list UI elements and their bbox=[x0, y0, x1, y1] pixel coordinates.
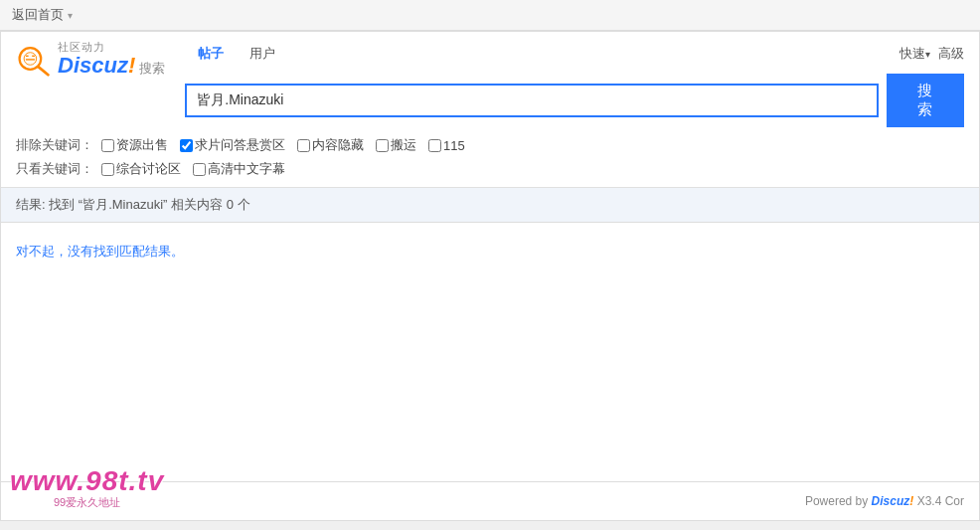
footer-text: Powered by Discuz! X3.4 Cor bbox=[805, 494, 964, 508]
checkbox-view2[interactable] bbox=[193, 163, 206, 176]
results-text: 结果: 找到 “皆月.Minazuki” 相关内容 0 个 bbox=[16, 197, 250, 212]
search-label: 搜索 bbox=[139, 60, 165, 78]
exclude-filter-row: 排除关键词： 资源出售 求片问答悬赏区 内容隐藏 搬运 bbox=[16, 133, 964, 157]
filter-view-2[interactable]: 高清中文字幕 bbox=[193, 160, 285, 178]
filter-exclude-1[interactable]: 资源出售 bbox=[101, 136, 168, 154]
filter-exclude-5[interactable]: 115 bbox=[428, 138, 465, 153]
results-header: 结果: 找到 “皆月.Minazuki” 相关内容 0 个 bbox=[1, 188, 979, 223]
logo-text: 社区动力 Discuz! 搜索 bbox=[58, 40, 165, 78]
back-home-link[interactable]: 返回首页 ▾ bbox=[12, 6, 73, 24]
logo-icon bbox=[16, 41, 52, 77]
view-items: 综合讨论区 高清中文字幕 bbox=[101, 160, 295, 178]
checkbox-exc3[interactable] bbox=[297, 139, 310, 152]
search-button[interactable]: 搜 索 bbox=[887, 74, 964, 127]
checkbox-exc1[interactable] bbox=[101, 139, 114, 152]
filter-section: 排除关键词： 资源出售 求片问答悬赏区 内容隐藏 搬运 bbox=[1, 127, 979, 188]
svg-line-2 bbox=[39, 67, 49, 75]
main-page-wrap: 社区动力 Discuz! 搜索 帖子 用户 快速▾ 高级 bbox=[0, 31, 980, 521]
svg-point-1 bbox=[24, 53, 37, 66]
search-header: 社区动力 Discuz! 搜索 帖子 用户 快速▾ 高级 bbox=[1, 32, 979, 127]
exclude-items: 资源出售 求片问答悬赏区 内容隐藏 搬运 115 bbox=[101, 136, 475, 154]
tab-users[interactable]: 用户 bbox=[237, 40, 288, 68]
search-mode-options: 快速▾ 高级 bbox=[899, 45, 964, 63]
discuz-logo-main: Discuz! bbox=[58, 55, 135, 77]
filter-exclude-2[interactable]: 求片问答悬赏区 bbox=[180, 136, 285, 154]
nav-arrow: ▾ bbox=[68, 10, 73, 21]
view-label: 只看关键词： bbox=[16, 160, 95, 178]
logo-area: 社区动力 Discuz! 搜索 bbox=[16, 40, 165, 78]
checkbox-view1[interactable] bbox=[101, 163, 114, 176]
checkbox-exc4[interactable] bbox=[376, 139, 389, 152]
filter-exclude-4[interactable]: 搬运 bbox=[376, 136, 416, 154]
results-body: 对不起，没有找到匹配结果。 bbox=[1, 223, 979, 481]
filter-exclude-3[interactable]: 内容隐藏 bbox=[297, 136, 364, 154]
exclude-label: 排除关键词： bbox=[16, 136, 95, 154]
view-filter-row: 只看关键词： 综合讨论区 高清中文字幕 bbox=[16, 157, 964, 181]
checkbox-exc5[interactable] bbox=[428, 139, 441, 152]
filter-view-1[interactable]: 综合讨论区 bbox=[101, 160, 181, 178]
quick-search-link[interactable]: 快速▾ bbox=[899, 45, 930, 63]
tabs-line: 帖子 用户 快速▾ 高级 bbox=[185, 40, 964, 68]
search-line: 搜 索 bbox=[185, 74, 964, 127]
tab-posts[interactable]: 帖子 bbox=[185, 40, 237, 68]
top-nav-bar: 返回首页 ▾ bbox=[0, 0, 980, 31]
no-result-message: 对不起，没有找到匹配结果。 bbox=[16, 244, 184, 259]
checkbox-exc2[interactable] bbox=[180, 139, 193, 152]
search-input[interactable] bbox=[185, 84, 878, 117]
advanced-search-link[interactable]: 高级 bbox=[938, 45, 964, 63]
back-home-label: 返回首页 bbox=[12, 6, 64, 24]
footer-brand: Discuz! bbox=[872, 494, 914, 508]
footer-bar: Powered by Discuz! X3.4 Cor bbox=[1, 481, 979, 520]
tabs-and-search: 帖子 用户 快速▾ 高级 搜 索 bbox=[185, 40, 964, 127]
